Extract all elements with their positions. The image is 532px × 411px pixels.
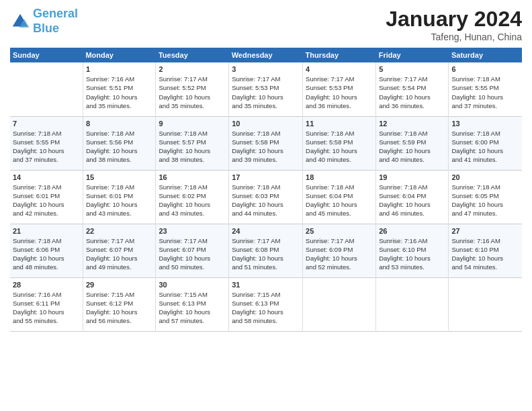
calendar-cell [303, 277, 376, 331]
calendar-header-row: SundayMondayTuesdayWednesdayThursdayFrid… [10, 48, 522, 62]
day-of-week-sunday: Sunday [10, 48, 83, 62]
week-row-2: 7Sunrise: 7:18 AMSunset: 5:55 PMDaylight… [10, 116, 522, 170]
day-number: 10 [232, 120, 300, 128]
calendar-cell: 12Sunrise: 7:18 AMSunset: 5:59 PMDayligh… [376, 116, 449, 170]
day-of-week-tuesday: Tuesday [156, 48, 229, 62]
day-number: 7 [13, 120, 80, 128]
calendar-cell: 10Sunrise: 7:18 AMSunset: 5:58 PMDayligh… [229, 116, 303, 170]
cell-content: Sunrise: 7:18 AMSunset: 6:06 PMDaylight:… [13, 236, 80, 272]
calendar-cell: 24Sunrise: 7:17 AMSunset: 6:08 PMDayligh… [229, 224, 303, 277]
day-number: 19 [379, 173, 445, 181]
day-number: 27 [451, 227, 519, 235]
week-row-4: 21Sunrise: 7:18 AMSunset: 6:06 PMDayligh… [10, 224, 522, 277]
cell-content: Sunrise: 7:18 AMSunset: 6:03 PMDaylight:… [232, 183, 300, 218]
cell-content: Sunrise: 7:18 AMSunset: 5:58 PMDaylight:… [306, 129, 373, 165]
cell-content: Sunrise: 7:15 AMSunset: 6:13 PMDaylight:… [232, 290, 300, 326]
cell-content: Sunrise: 7:15 AMSunset: 6:13 PMDaylight:… [159, 290, 226, 326]
logo: General Blue [10, 7, 78, 36]
calendar-cell: 11Sunrise: 7:18 AMSunset: 5:58 PMDayligh… [303, 116, 376, 170]
title-block: January 2024 Tafeng, Hunan, China [386, 7, 522, 42]
cell-content: Sunrise: 7:17 AMSunset: 5:52 PMDaylight:… [159, 75, 226, 110]
calendar-cell: 17Sunrise: 7:18 AMSunset: 6:03 PMDayligh… [229, 170, 303, 224]
day-of-week-wednesday: Wednesday [229, 48, 303, 62]
day-number: 26 [379, 227, 445, 235]
day-number: 14 [13, 173, 80, 181]
calendar-cell: 6Sunrise: 7:18 AMSunset: 5:55 PMDaylight… [449, 62, 522, 116]
calendar-cell [449, 277, 522, 331]
day-number: 22 [86, 227, 153, 235]
week-row-1: 1Sunrise: 7:16 AMSunset: 5:51 PMDaylight… [10, 62, 522, 116]
calendar-cell: 15Sunrise: 7:18 AMSunset: 6:01 PMDayligh… [83, 170, 156, 224]
day-number: 11 [306, 120, 373, 128]
calendar-cell: 8Sunrise: 7:18 AMSunset: 5:56 PMDaylight… [83, 116, 156, 170]
calendar-cell: 16Sunrise: 7:18 AMSunset: 6:02 PMDayligh… [156, 170, 229, 224]
calendar-cell [10, 62, 83, 116]
day-number: 30 [159, 281, 226, 289]
cell-content: Sunrise: 7:17 AMSunset: 6:07 PMDaylight:… [86, 236, 153, 272]
calendar-cell: 29Sunrise: 7:15 AMSunset: 6:12 PMDayligh… [83, 277, 156, 331]
page-header: General Blue January 2024 Tafeng, Hunan,… [10, 7, 522, 42]
calendar-cell [376, 277, 449, 331]
logo-text: General Blue [33, 7, 78, 36]
cell-content: Sunrise: 7:18 AMSunset: 5:55 PMDaylight:… [13, 129, 80, 165]
calendar-cell: 5Sunrise: 7:17 AMSunset: 5:54 PMDaylight… [376, 62, 449, 116]
cell-content: Sunrise: 7:17 AMSunset: 5:53 PMDaylight:… [306, 75, 373, 110]
cell-content: Sunrise: 7:18 AMSunset: 6:05 PMDaylight:… [451, 183, 519, 218]
calendar-cell: 31Sunrise: 7:15 AMSunset: 6:13 PMDayligh… [229, 277, 303, 331]
cell-content: Sunrise: 7:17 AMSunset: 6:07 PMDaylight:… [159, 236, 226, 272]
day-number: 3 [232, 65, 300, 73]
day-number: 2 [159, 65, 226, 73]
day-of-week-monday: Monday [83, 48, 156, 62]
cell-content: Sunrise: 7:18 AMSunset: 6:04 PMDaylight:… [379, 183, 445, 218]
day-number: 20 [451, 173, 519, 181]
cell-content: Sunrise: 7:18 AMSunset: 5:56 PMDaylight:… [86, 129, 153, 165]
day-number: 5 [379, 65, 445, 73]
cell-content: Sunrise: 7:17 AMSunset: 6:08 PMDaylight:… [232, 236, 300, 272]
page-container: General Blue January 2024 Tafeng, Hunan,… [0, 0, 532, 338]
cell-content: Sunrise: 7:18 AMSunset: 5:55 PMDaylight:… [451, 75, 519, 110]
cell-content: Sunrise: 7:18 AMSunset: 6:00 PMDaylight:… [451, 129, 519, 165]
day-number: 6 [451, 65, 519, 73]
cell-content: Sunrise: 7:18 AMSunset: 6:01 PMDaylight:… [13, 183, 80, 218]
cell-content: Sunrise: 7:18 AMSunset: 5:59 PMDaylight:… [379, 129, 445, 165]
cell-content: Sunrise: 7:16 AMSunset: 5:51 PMDaylight:… [86, 75, 153, 110]
calendar-cell: 20Sunrise: 7:18 AMSunset: 6:05 PMDayligh… [449, 170, 522, 224]
day-number: 12 [379, 120, 445, 128]
calendar-cell: 19Sunrise: 7:18 AMSunset: 6:04 PMDayligh… [376, 170, 449, 224]
cell-content: Sunrise: 7:18 AMSunset: 6:01 PMDaylight:… [86, 183, 153, 218]
day-number: 17 [232, 173, 300, 181]
calendar-cell: 1Sunrise: 7:16 AMSunset: 5:51 PMDaylight… [83, 62, 156, 116]
calendar-cell: 21Sunrise: 7:18 AMSunset: 6:06 PMDayligh… [10, 224, 83, 277]
cell-content: Sunrise: 7:18 AMSunset: 5:57 PMDaylight:… [159, 129, 226, 165]
cell-content: Sunrise: 7:16 AMSunset: 6:10 PMDaylight:… [379, 236, 445, 272]
day-number: 23 [159, 227, 226, 235]
cell-content: Sunrise: 7:17 AMSunset: 5:54 PMDaylight:… [379, 75, 445, 110]
cell-content: Sunrise: 7:15 AMSunset: 6:12 PMDaylight:… [86, 290, 153, 326]
day-number: 24 [232, 227, 300, 235]
calendar-cell: 18Sunrise: 7:18 AMSunset: 6:04 PMDayligh… [303, 170, 376, 224]
day-number: 13 [451, 120, 519, 128]
day-of-week-friday: Friday [376, 48, 449, 62]
cell-content: Sunrise: 7:16 AMSunset: 6:10 PMDaylight:… [451, 236, 519, 272]
calendar-cell: 25Sunrise: 7:17 AMSunset: 6:09 PMDayligh… [303, 224, 376, 277]
calendar-cell: 28Sunrise: 7:16 AMSunset: 6:11 PMDayligh… [10, 277, 83, 331]
cell-content: Sunrise: 7:18 AMSunset: 6:02 PMDaylight:… [159, 183, 226, 218]
cell-content: Sunrise: 7:17 AMSunset: 5:53 PMDaylight:… [232, 75, 300, 110]
calendar-cell: 26Sunrise: 7:16 AMSunset: 6:10 PMDayligh… [376, 224, 449, 277]
cell-content: Sunrise: 7:18 AMSunset: 5:58 PMDaylight:… [232, 129, 300, 165]
day-number: 31 [232, 281, 300, 289]
cell-content: Sunrise: 7:16 AMSunset: 6:11 PMDaylight:… [13, 290, 80, 326]
calendar-cell: 23Sunrise: 7:17 AMSunset: 6:07 PMDayligh… [156, 224, 229, 277]
location-subtitle: Tafeng, Hunan, China [386, 32, 522, 42]
day-number: 29 [86, 281, 153, 289]
day-number: 4 [306, 65, 373, 73]
week-row-3: 14Sunrise: 7:18 AMSunset: 6:01 PMDayligh… [10, 170, 522, 224]
day-number: 8 [86, 120, 153, 128]
day-number: 25 [306, 227, 373, 235]
calendar-cell: 30Sunrise: 7:15 AMSunset: 6:13 PMDayligh… [156, 277, 229, 331]
day-number: 1 [86, 65, 153, 73]
cell-content: Sunrise: 7:17 AMSunset: 6:09 PMDaylight:… [306, 236, 373, 272]
day-number: 28 [13, 281, 80, 289]
calendar-cell: 4Sunrise: 7:17 AMSunset: 5:53 PMDaylight… [303, 62, 376, 116]
day-of-week-thursday: Thursday [303, 48, 376, 62]
